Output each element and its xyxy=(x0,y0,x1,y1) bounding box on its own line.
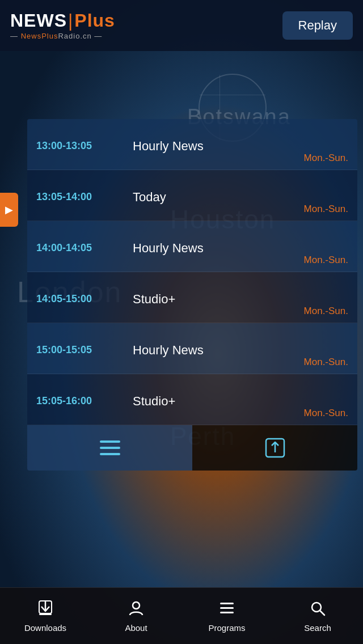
row-days: Mon.-Sun. xyxy=(304,152,348,164)
logo: NEWS|Plus — NewsPlusRadio.cn — xyxy=(10,11,115,40)
row-days: Mon.-Sun. xyxy=(304,204,348,215)
row-time: 15:05-16:00 xyxy=(36,395,133,407)
row-days: Mon.-Sun. xyxy=(304,408,348,419)
logo-news-text: NEWS xyxy=(10,10,67,31)
schedule-row[interactable]: 14:05-15:00 Studio+ Mon.-Sun. xyxy=(27,272,357,323)
row-days: Mon.-Sun. xyxy=(304,255,348,266)
svg-rect-9 xyxy=(220,603,234,604)
search-icon xyxy=(309,600,326,620)
svg-rect-10 xyxy=(220,607,234,609)
share-button[interactable] xyxy=(192,425,357,471)
svg-rect-0 xyxy=(100,440,120,443)
tab-bar: Downloads About Programs Search xyxy=(0,587,363,644)
tab-downloads-label: Downloads xyxy=(24,623,66,633)
row-title: Hourly News xyxy=(133,343,348,358)
row-time: 14:05-15:00 xyxy=(36,293,133,305)
schedule-row[interactable]: 15:05-16:00 Studio+ Mon.-Sun. xyxy=(27,374,357,425)
tab-programs-label: Programs xyxy=(208,623,245,633)
replay-button[interactable]: Replay xyxy=(282,11,353,40)
row-days: Mon.-Sun. xyxy=(304,306,348,317)
logo-subtitle: — NewsPlusRadio.cn — xyxy=(10,32,115,40)
tab-search[interactable]: Search xyxy=(272,600,363,633)
schedule-row[interactable]: 13:05-14:00 Today Mon.-Sun. xyxy=(27,170,357,221)
schedule-row[interactable]: 13:00-13:05 Hourly News Mon.-Sun. xyxy=(27,119,357,170)
row-title: Hourly News xyxy=(133,241,348,256)
schedule-action-bar xyxy=(27,425,357,471)
row-days: Mon.-Sun. xyxy=(304,357,348,368)
logo-plus-text: Plus xyxy=(74,10,115,31)
row-title: Hourly News xyxy=(133,139,348,154)
svg-rect-2 xyxy=(100,453,120,455)
schedule-row[interactable]: 15:00-15:05 Hourly News Mon.-Sun. xyxy=(27,323,357,374)
tab-search-label: Search xyxy=(304,623,331,633)
svg-line-13 xyxy=(320,611,324,615)
svg-rect-1 xyxy=(100,447,120,449)
logo-main: NEWS|Plus xyxy=(10,11,115,31)
download-icon xyxy=(37,600,54,620)
tab-programs[interactable]: Programs xyxy=(182,600,272,633)
tab-downloads[interactable]: Downloads xyxy=(0,600,91,633)
row-title: Studio+ xyxy=(133,292,348,307)
row-title: Studio+ xyxy=(133,394,348,409)
menu-button[interactable] xyxy=(27,425,192,471)
person-icon xyxy=(128,600,145,620)
row-time: 13:05-14:00 xyxy=(36,191,133,203)
tab-about[interactable]: About xyxy=(91,600,182,633)
side-arrow-button[interactable] xyxy=(0,193,18,227)
tab-about-label: About xyxy=(125,623,147,633)
row-time: 14:00-14:05 xyxy=(36,242,133,254)
share-icon xyxy=(264,437,286,459)
row-title: Today xyxy=(133,190,348,205)
row-time: 13:00-13:05 xyxy=(36,140,133,152)
schedule-row[interactable]: 14:00-14:05 Hourly News Mon.-Sun. xyxy=(27,221,357,272)
svg-point-8 xyxy=(133,602,140,609)
hamburger-icon xyxy=(100,440,120,455)
programs-menu-icon xyxy=(218,600,235,620)
app-header: NEWS|Plus — NewsPlusRadio.cn — Replay xyxy=(0,0,363,51)
schedule-container: 13:00-13:05 Hourly News Mon.-Sun. 13:05-… xyxy=(27,119,357,471)
logo-separator: | xyxy=(68,10,73,31)
svg-rect-11 xyxy=(220,612,234,613)
row-time: 15:00-15:05 xyxy=(36,344,133,356)
